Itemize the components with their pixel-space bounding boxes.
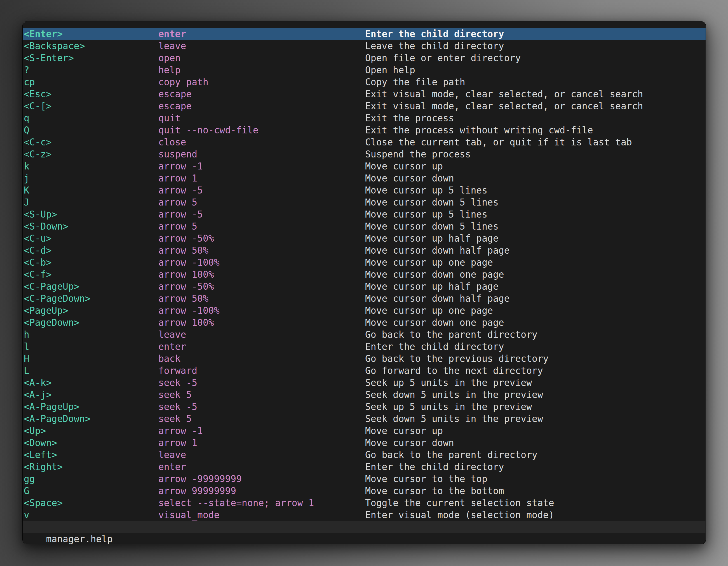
keybinding-row[interactable]: <C-PageDown> arrow 50% Move cursor down … [24, 292, 706, 304]
keybinding-row[interactable]: j arrow 1 Move cursor down [24, 172, 706, 184]
key-cell: <Enter> [24, 28, 158, 40]
keybinding-row[interactable]: H back Go back to the previous directory [24, 353, 706, 365]
description-cell: Move cursor down one page [365, 316, 706, 328]
keybinding-row[interactable]: <S-Up> arrow -5 Move cursor up 5 lines [24, 208, 706, 220]
keybinding-row[interactable]: ? help Open help [24, 64, 706, 76]
keybinding-row[interactable]: <S-Enter> open Open file or enter direct… [24, 52, 706, 64]
keybinding-row[interactable]: <C-PageUp> arrow -50% Move cursor up hal… [24, 281, 706, 292]
key-cell: <C-PageUp> [24, 281, 158, 292]
keybinding-row[interactable]: <C-b> arrow -100% Move cursor up one pag… [24, 257, 706, 269]
keybinding-row[interactable]: <Backspace> leave Leave the child direct… [24, 40, 706, 52]
key-cell: <S-Enter> [24, 52, 158, 64]
command-cell: leave [158, 449, 365, 461]
key-cell: j [24, 172, 158, 184]
keybinding-row[interactable]: <C-[> escape Exit visual mode, clear sel… [24, 100, 706, 112]
keybinding-row[interactable]: <Down> arrow 1 Move cursor down [24, 437, 706, 449]
command-cell: arrow -1 [158, 160, 365, 172]
keybinding-row[interactable]: <A-j> seek 5 Seek down 5 units in the pr… [24, 389, 706, 401]
keybinding-row[interactable]: Q quit --no-cwd-file Exit the process wi… [24, 124, 706, 136]
keybinding-row[interactable]: gg arrow -99999999 Move cursor to the to… [24, 473, 706, 485]
command-cell: arrow 1 [158, 172, 365, 184]
key-cell: v [24, 509, 158, 521]
description-cell: Move cursor up [365, 425, 706, 437]
keybinding-row[interactable]: <C-z> suspend Suspend the process [24, 148, 706, 160]
keybinding-row[interactable]: <S-Down> arrow 5 Move cursor down 5 line… [24, 220, 706, 233]
command-cell: suspend [158, 148, 365, 160]
keybinding-row[interactable]: G arrow 99999999 Move cursor to the bott… [24, 485, 706, 497]
keybinding-row[interactable]: <Left> leave Go back to the parent direc… [24, 449, 706, 461]
command-cell: arrow -99999999 [158, 473, 365, 485]
command-cell: enter [158, 28, 365, 40]
keybinding-row[interactable]: <Up> arrow -1 Move cursor up [24, 425, 706, 437]
key-cell: gg [24, 473, 158, 485]
command-cell: arrow 50% [158, 292, 365, 304]
key-cell: <C-PageDown> [24, 292, 158, 304]
key-cell: l [24, 340, 158, 353]
key-cell: <Esc> [24, 88, 158, 100]
description-cell: Enter the child directory [365, 28, 706, 40]
keybinding-row[interactable]: J arrow 5 Move cursor down 5 lines [24, 196, 706, 208]
keybinding-row[interactable]: <Right> enter Enter the child directory [24, 461, 706, 473]
command-cell: enter [158, 461, 365, 473]
keybinding-row[interactable]: h leave Go back to the parent directory [24, 328, 706, 340]
keybinding-row[interactable]: <Esc> escape Exit visual mode, clear sel… [24, 88, 706, 100]
description-cell: Enter the child directory [365, 461, 706, 473]
key-cell: q [24, 112, 158, 124]
command-cell: arrow 1 [158, 437, 365, 449]
command-cell: seek 5 [158, 413, 365, 425]
description-cell: Seek up 5 units in the preview [365, 377, 706, 389]
description-cell: Open help [365, 64, 706, 76]
description-cell: Move cursor up half page [365, 281, 706, 292]
keybinding-row[interactable]: <A-PageUp> seek -5 Seek up 5 units in th… [24, 401, 706, 413]
keybinding-row[interactable]: <C-c> close Close the current tab, or qu… [24, 136, 706, 148]
key-cell: K [24, 184, 158, 196]
command-cell: arrow 99999999 [158, 485, 365, 497]
description-cell: Move cursor up [365, 160, 706, 172]
key-cell: <Down> [24, 437, 158, 449]
keybinding-row[interactable]: k arrow -1 Move cursor up [24, 160, 706, 172]
command-cell: copy path [158, 76, 365, 88]
keybinding-row[interactable]: l enter Enter the child directory [24, 340, 706, 353]
key-cell: <C-d> [24, 245, 158, 257]
keybinding-row[interactable]: <A-PageDown> seek 5 Seek down 5 units in… [24, 413, 706, 425]
keybinding-row[interactable]: <PageDown> arrow 100% Move cursor down o… [24, 316, 706, 328]
key-cell: <A-PageUp> [24, 401, 158, 413]
description-cell: Go forward to the next directory [365, 365, 706, 377]
description-cell: Exit the process [365, 112, 706, 124]
command-cell: escape [158, 100, 365, 112]
key-cell: H [24, 353, 158, 365]
keybinding-row[interactable]: <A-k> seek -5 Seek up 5 units in the pre… [24, 377, 706, 389]
command-cell: escape [158, 88, 365, 100]
key-cell: <PageDown> [24, 316, 158, 328]
key-cell: h [24, 328, 158, 340]
keybinding-row[interactable]: <C-f> arrow 100% Move cursor down one pa… [24, 269, 706, 281]
keybinding-row[interactable]: <PageUp> arrow -100% Move cursor up one … [24, 304, 706, 316]
description-cell: Move cursor down [365, 172, 706, 184]
keybinding-row[interactable]: L forward Go forward to the next directo… [24, 365, 706, 377]
description-cell: Go back to the parent directory [365, 328, 706, 340]
key-cell: <A-k> [24, 377, 158, 389]
description-cell: Move cursor to the bottom [365, 485, 706, 497]
description-cell: Move cursor down 5 lines [365, 220, 706, 233]
command-cell: arrow -50% [158, 281, 365, 292]
command-cell: arrow -50% [158, 233, 365, 245]
description-cell: Close the current tab, or quit if it is … [365, 136, 706, 148]
keybinding-row[interactable]: K arrow -5 Move cursor up 5 lines [24, 184, 706, 196]
keybinding-row[interactable]: <C-d> arrow 50% Move cursor down half pa… [24, 245, 706, 257]
keybinding-row[interactable]: <Space> select --state=none; arrow 1 Tog… [24, 497, 706, 509]
command-cell: seek 5 [158, 389, 365, 401]
description-cell: Enter the child directory [365, 340, 706, 353]
command-cell: arrow 100% [158, 316, 365, 328]
keybinding-row[interactable]: <Enter> enter Enter the child directory [23, 28, 706, 40]
key-cell: <C-[> [24, 100, 158, 112]
description-cell: Move cursor down half page [365, 292, 706, 304]
command-cell: arrow -100% [158, 304, 365, 316]
command-cell: enter [158, 340, 365, 353]
keybinding-row[interactable]: <C-u> arrow -50% Move cursor up half pag… [24, 233, 706, 245]
keybinding-row[interactable]: q quit Exit the process [24, 112, 706, 124]
keybinding-row[interactable]: v visual_mode Enter visual mode (selecti… [24, 509, 706, 521]
keybinding-row[interactable]: cp copy path Copy the file path [24, 76, 706, 88]
description-cell: Go back to the previous directory [365, 353, 706, 365]
command-cell: back [158, 353, 365, 365]
key-cell: <C-b> [24, 257, 158, 269]
